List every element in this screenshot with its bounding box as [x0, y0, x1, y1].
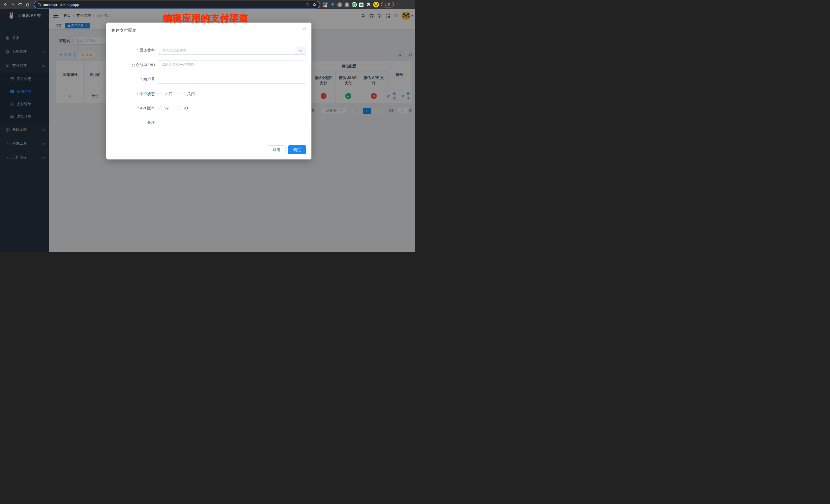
status-open-radio[interactable] [158, 92, 162, 95]
status-open-label[interactable]: 开启 [165, 89, 172, 98]
status-closed-radio[interactable] [180, 92, 183, 95]
api-v2-radio[interactable] [158, 106, 162, 110]
required-asterisk: * [137, 106, 139, 110]
required-asterisk: * [137, 48, 138, 52]
browser-reload-icon[interactable] [17, 2, 23, 8]
screen: localhost:1024/pay/app 10 ⌘ y [0, 0, 415, 252]
extension-emoji-icon[interactable] [373, 2, 379, 7]
browser-toolbar: localhost:1024/pay/app 10 ⌘ y [0, 0, 415, 9]
remark-label: 备注 [106, 118, 155, 127]
annotation-text: 编辑应用的支付渠道 [163, 12, 248, 25]
site-info-icon[interactable] [37, 3, 41, 7]
extension-chat-icon[interactable] [359, 3, 363, 7]
dialog-title: 创建支付渠道 [111, 28, 136, 33]
bookmark-star-icon[interactable] [313, 3, 317, 7]
extension-y-icon[interactable]: y [352, 2, 357, 7]
browser-menu-icon[interactable]: ⋮⋮ [396, 2, 400, 7]
api-v3-radio[interactable] [177, 106, 181, 110]
field-row-merchant: *商户号 [106, 74, 312, 84]
status-label: *渠道状态 [106, 89, 155, 98]
rate-input[interactable] [158, 45, 295, 55]
browser-back-icon[interactable] [2, 2, 8, 8]
extension-tasks-icon[interactable]: 10 [322, 2, 328, 7]
required-asterisk: * [141, 77, 142, 81]
address-bar[interactable]: localhost:1024/pay/app [34, 1, 320, 8]
field-row-appid: *公众号APPID [106, 60, 312, 69]
field-row-remark: 备注 [106, 118, 312, 127]
share-icon[interactable] [305, 3, 309, 7]
url-text: localhost:1024/pay/app [43, 3, 79, 7]
extension-puzzle-icon[interactable] [366, 2, 371, 7]
browser-extensions: 10 ⌘ y 更新 ⋮⋮ [322, 0, 400, 9]
cancel-button[interactable]: 取消 [267, 145, 286, 154]
api-v3-label[interactable]: v3 [184, 103, 188, 113]
browser-home-icon[interactable] [25, 2, 31, 8]
api-v2-label[interactable]: v2 [165, 103, 169, 113]
required-asterisk: * [129, 63, 131, 67]
browser-update-button[interactable]: 更新 [381, 2, 394, 7]
remark-input[interactable] [158, 118, 306, 127]
close-icon[interactable] [302, 27, 306, 31]
field-row-api: *API 版本 v2 v3 [106, 103, 312, 113]
create-channel-dialog: 创建支付渠道 *渠道费率 % *公众号APPID *商户号 *渠道状态 开启 关… [106, 23, 312, 159]
extension-recorder-icon[interactable] [345, 2, 349, 7]
field-row-status: *渠道状态 开启 关闭 [106, 89, 312, 98]
extension-badge: 10 [324, 5, 327, 7]
required-asterisk: * [137, 92, 138, 96]
field-row-rate: *渠道费率 % [106, 45, 312, 55]
extension-kite-icon[interactable] [330, 2, 335, 7]
extension-command-icon[interactable]: ⌘ [337, 2, 342, 7]
merchant-label: *商户号 [106, 74, 155, 84]
merchant-input[interactable] [158, 74, 306, 84]
percent-suffix: % [295, 45, 306, 55]
api-label: *API 版本 [106, 103, 155, 113]
browser-forward-icon[interactable] [10, 2, 16, 8]
appid-label: *公众号APPID [106, 60, 155, 69]
rate-label: *渠道费率 [106, 45, 155, 55]
appid-input[interactable] [158, 60, 306, 69]
status-closed-label[interactable]: 关闭 [187, 89, 195, 98]
confirm-button[interactable]: 确定 [288, 145, 306, 154]
